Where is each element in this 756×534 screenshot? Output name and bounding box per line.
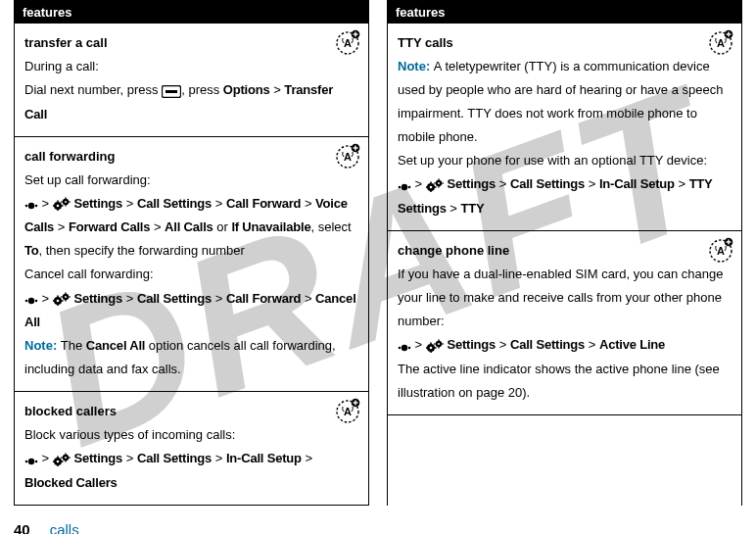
menu-path-segment: Settings — [73, 291, 122, 306]
menu-path-segment: Call Forward — [226, 291, 301, 306]
feature-text: Block various types of incoming calls: — [24, 423, 358, 447]
svg-point-91 — [430, 346, 433, 349]
svg-text:A: A — [344, 406, 352, 417]
feature-text: During a call: — [24, 55, 358, 78]
settings-icon — [53, 287, 71, 311]
menu-path-segment: Call Settings — [137, 451, 212, 465]
feature-cell: Acall forwardingSet up call forwarding: … — [15, 137, 368, 393]
svg-rect-78 — [438, 178, 439, 180]
svg-rect-101 — [442, 343, 444, 344]
menu-path-segment: In-Call Setup — [226, 451, 302, 465]
svg-rect-95 — [434, 347, 436, 349]
menu-path-segment: Settings — [447, 337, 496, 352]
svg-rect-54 — [53, 461, 55, 462]
svg-rect-19 — [53, 206, 55, 208]
svg-rect-18 — [57, 210, 59, 212]
feature-text: Note: A teletypewriter (TTY) is a commun… — [398, 55, 732, 149]
content-columns: features Atransfer a callDuring a call:D… — [0, 0, 756, 506]
feature-text: Set up call forwarding: — [24, 169, 358, 192]
menu-path-segment: Call Settings — [510, 337, 585, 352]
key-icon — [162, 79, 181, 103]
menu-path-segment: Call Settings — [137, 291, 212, 306]
svg-point-49 — [35, 461, 38, 463]
svg-rect-98 — [438, 339, 439, 341]
svg-rect-24 — [65, 205, 66, 207]
feature-title: blocked callers — [24, 400, 358, 423]
feature-text: > Settings > Call Settings > In-Call Set… — [398, 172, 732, 220]
note-label: Note: — [398, 59, 434, 73]
settings-icon — [53, 192, 71, 216]
svg-point-47 — [25, 461, 28, 463]
svg-rect-60 — [61, 457, 63, 458]
svg-text:A: A — [717, 245, 725, 257]
svg-rect-92 — [430, 342, 432, 344]
svg-text:A: A — [717, 37, 725, 49]
menu-path-segment: Active Line — [599, 337, 665, 352]
svg-point-14 — [35, 205, 38, 208]
center-key-icon — [24, 192, 38, 216]
feature-cell: Achange phone lineIf you have a dual-lin… — [388, 231, 741, 415]
center-key-icon — [398, 334, 411, 358]
center-key-icon — [24, 448, 38, 471]
svg-rect-55 — [61, 461, 63, 462]
svg-rect-61 — [69, 457, 71, 458]
svg-rect-26 — [69, 202, 71, 203]
menu-path-segment: Forward Calls — [69, 219, 150, 234]
feature-text: Set up your phone for use with an option… — [398, 149, 732, 172]
svg-rect-72 — [430, 181, 432, 183]
menu-path-segment: Cancel All — [86, 338, 145, 353]
svg-point-48 — [28, 459, 34, 464]
settings-icon — [426, 334, 444, 358]
feature-text: > Settings > Call Settings > In-Call Set… — [24, 447, 358, 495]
svg-point-89 — [408, 346, 411, 349]
network-badge-icon: A — [335, 29, 360, 55]
svg-rect-81 — [442, 182, 444, 183]
svg-rect-20 — [61, 206, 63, 208]
settings-icon — [426, 173, 444, 197]
svg-point-67 — [399, 186, 402, 189]
svg-rect-74 — [426, 186, 428, 188]
network-badge-icon: A — [708, 237, 733, 263]
menu-path-segment: Settings — [73, 196, 122, 211]
svg-rect-40 — [61, 296, 63, 297]
menu-path-segment: Options — [223, 82, 270, 97]
right-cells: ATTY callsNote: A teletypewriter (TTY) i… — [388, 24, 741, 415]
svg-rect-34 — [53, 300, 55, 302]
center-key-icon — [24, 287, 38, 311]
page-footer: 40 calls — [0, 506, 756, 534]
feature-text: If you have a dual-line-enabled SIM card… — [398, 263, 732, 333]
svg-rect-17 — [57, 201, 59, 203]
menu-path-segment: Blocked Callers — [24, 475, 118, 490]
svg-point-68 — [402, 184, 407, 190]
svg-point-71 — [430, 186, 433, 189]
right-column: features ATTY callsNote: A teletypewrite… — [387, 0, 742, 506]
menu-path-segment: Settings — [73, 451, 122, 465]
svg-rect-59 — [65, 461, 66, 462]
svg-rect-39 — [65, 300, 66, 302]
feature-title: TTY calls — [398, 31, 732, 55]
svg-rect-80 — [434, 182, 436, 183]
feature-cell: Ablocked callersBlock various types of i… — [15, 392, 368, 506]
svg-rect-79 — [438, 186, 439, 188]
menu-path-segment: Call Forward — [226, 196, 301, 211]
note-label: Note: — [24, 338, 61, 353]
svg-rect-94 — [426, 347, 428, 349]
network-badge-icon: A — [335, 398, 360, 423]
section-name: calls — [50, 521, 79, 534]
svg-rect-23 — [65, 198, 66, 200]
feature-cell: ATTY callsNote: A teletypewriter (TTY) i… — [388, 24, 741, 231]
svg-point-12 — [25, 205, 28, 208]
svg-point-87 — [399, 346, 402, 349]
svg-rect-41 — [69, 296, 71, 297]
svg-rect-58 — [65, 453, 66, 455]
left-cells: Atransfer a callDuring a call:Dial next … — [15, 24, 368, 506]
menu-path-segment: If Unavailable — [231, 219, 310, 234]
menu-path-segment: All Calls — [165, 219, 213, 234]
svg-rect-73 — [430, 190, 432, 192]
svg-rect-25 — [61, 202, 63, 203]
menu-path-segment: Settings — [447, 176, 496, 191]
feature-title: call forwarding — [24, 145, 358, 169]
menu-path-segment: Call Settings — [137, 196, 212, 211]
right-header: features — [388, 1, 741, 24]
svg-point-57 — [65, 457, 67, 459]
